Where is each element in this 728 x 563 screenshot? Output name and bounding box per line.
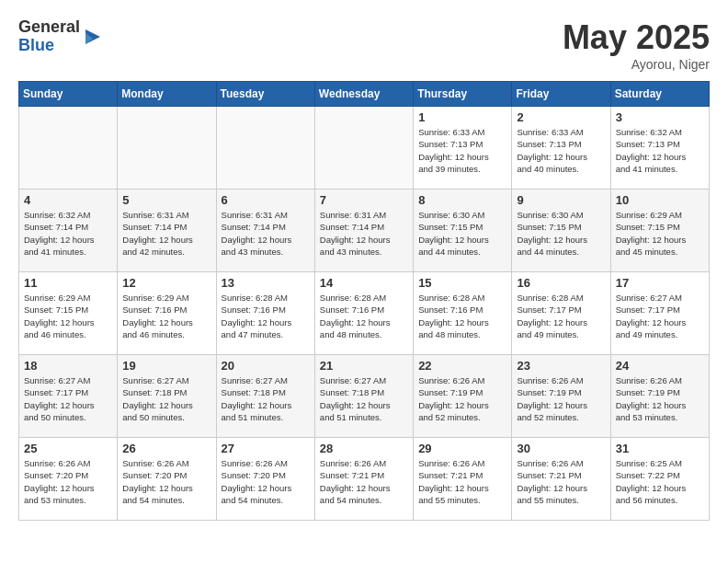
logo: General Blue [18, 18, 104, 55]
day-number: 19 [122, 359, 210, 373]
calendar-week-row: 25Sunrise: 6:26 AM Sunset: 7:20 PM Dayli… [19, 438, 710, 521]
day-number: 29 [418, 442, 506, 455]
calendar-cell: 21Sunrise: 6:27 AM Sunset: 7:18 PM Dayli… [314, 355, 413, 438]
day-info: Sunrise: 6:26 AM Sunset: 7:21 PM Dayligh… [418, 457, 506, 506]
day-number: 9 [517, 193, 605, 207]
calendar-cell: 24Sunrise: 6:26 AM Sunset: 7:19 PM Dayli… [610, 355, 709, 438]
day-info: Sunrise: 6:31 AM Sunset: 7:14 PM Dayligh… [222, 209, 310, 258]
day-number: 14 [320, 276, 408, 290]
day-number: 1 [418, 110, 506, 124]
calendar-cell: 29Sunrise: 6:26 AM Sunset: 7:21 PM Dayli… [414, 438, 512, 521]
calendar-header-row: SundayMondayTuesdayWednesdayThursdayFrid… [19, 82, 710, 107]
calendar-cell: 4Sunrise: 6:32 AM Sunset: 7:14 PM Daylig… [19, 190, 118, 272]
calendar-cell: 20Sunrise: 6:27 AM Sunset: 7:18 PM Dayli… [216, 355, 314, 438]
calendar-cell: 13Sunrise: 6:28 AM Sunset: 7:16 PM Dayli… [216, 272, 314, 355]
day-number: 31 [616, 442, 704, 455]
calendar-cell: 23Sunrise: 6:26 AM Sunset: 7:19 PM Dayli… [512, 355, 610, 438]
day-number: 12 [122, 276, 210, 290]
logo-general-text: General [18, 18, 80, 37]
calendar-cell: 9Sunrise: 6:30 AM Sunset: 7:15 PM Daylig… [512, 190, 610, 272]
day-info: Sunrise: 6:31 AM Sunset: 7:14 PM Dayligh… [320, 209, 408, 258]
day-number: 26 [122, 442, 210, 455]
calendar-week-row: 11Sunrise: 6:29 AM Sunset: 7:15 PM Dayli… [19, 272, 710, 355]
col-header-saturday: Saturday [610, 82, 709, 107]
calendar-cell: 5Sunrise: 6:31 AM Sunset: 7:14 PM Daylig… [118, 190, 216, 272]
calendar-cell: 10Sunrise: 6:29 AM Sunset: 7:15 PM Dayli… [610, 190, 709, 272]
day-number: 13 [222, 276, 310, 290]
col-header-thursday: Thursday [414, 82, 512, 107]
day-info: Sunrise: 6:29 AM Sunset: 7:15 PM Dayligh… [616, 209, 704, 258]
day-number: 2 [517, 110, 605, 124]
logo-blue-text: Blue [18, 37, 80, 55]
page-header: General Blue May 2025 Ayorou, Niger [18, 18, 710, 72]
day-info: Sunrise: 6:27 AM Sunset: 7:18 PM Dayligh… [222, 374, 310, 423]
day-info: Sunrise: 6:33 AM Sunset: 7:13 PM Dayligh… [517, 126, 605, 175]
calendar-cell: 19Sunrise: 6:27 AM Sunset: 7:18 PM Dayli… [118, 355, 216, 438]
calendar-table: SundayMondayTuesdayWednesdayThursdayFrid… [18, 81, 710, 521]
calendar-week-row: 18Sunrise: 6:27 AM Sunset: 7:17 PM Dayli… [19, 355, 710, 438]
day-number: 25 [24, 442, 112, 455]
day-number: 24 [616, 359, 704, 373]
day-info: Sunrise: 6:26 AM Sunset: 7:19 PM Dayligh… [616, 374, 704, 423]
day-number: 18 [24, 359, 112, 373]
calendar-cell: 11Sunrise: 6:29 AM Sunset: 7:15 PM Dayli… [19, 272, 118, 355]
col-header-tuesday: Tuesday [216, 82, 314, 107]
day-info: Sunrise: 6:28 AM Sunset: 7:16 PM Dayligh… [222, 292, 310, 340]
day-number: 21 [320, 359, 408, 373]
calendar-cell [19, 107, 118, 190]
day-number: 8 [418, 193, 506, 207]
day-number: 27 [222, 442, 310, 455]
logo-icon [82, 26, 104, 48]
calendar-cell [314, 107, 413, 190]
col-header-monday: Monday [118, 82, 216, 107]
day-number: 22 [418, 359, 506, 373]
title-area: May 2025 Ayorou, Niger [563, 18, 710, 72]
day-number: 16 [517, 276, 605, 290]
calendar-week-row: 4Sunrise: 6:32 AM Sunset: 7:14 PM Daylig… [19, 190, 710, 272]
day-number: 4 [24, 193, 112, 207]
day-info: Sunrise: 6:26 AM Sunset: 7:21 PM Dayligh… [517, 457, 605, 506]
day-info: Sunrise: 6:26 AM Sunset: 7:19 PM Dayligh… [517, 374, 605, 423]
calendar-cell: 15Sunrise: 6:28 AM Sunset: 7:16 PM Dayli… [414, 272, 512, 355]
calendar-cell: 30Sunrise: 6:26 AM Sunset: 7:21 PM Dayli… [512, 438, 610, 521]
location-text: Ayorou, Niger [563, 57, 710, 72]
calendar-cell: 27Sunrise: 6:26 AM Sunset: 7:20 PM Dayli… [216, 438, 314, 521]
day-number: 17 [616, 276, 704, 290]
calendar-cell: 7Sunrise: 6:31 AM Sunset: 7:14 PM Daylig… [314, 190, 413, 272]
day-info: Sunrise: 6:31 AM Sunset: 7:14 PM Dayligh… [122, 209, 210, 258]
day-info: Sunrise: 6:26 AM Sunset: 7:20 PM Dayligh… [122, 457, 210, 506]
day-info: Sunrise: 6:26 AM Sunset: 7:19 PM Dayligh… [418, 374, 506, 423]
calendar-cell: 8Sunrise: 6:30 AM Sunset: 7:15 PM Daylig… [414, 190, 512, 272]
calendar-cell: 14Sunrise: 6:28 AM Sunset: 7:16 PM Dayli… [314, 272, 413, 355]
day-info: Sunrise: 6:27 AM Sunset: 7:17 PM Dayligh… [616, 292, 704, 340]
calendar-cell: 1Sunrise: 6:33 AM Sunset: 7:13 PM Daylig… [414, 107, 512, 190]
day-info: Sunrise: 6:32 AM Sunset: 7:14 PM Dayligh… [24, 209, 112, 258]
day-info: Sunrise: 6:26 AM Sunset: 7:20 PM Dayligh… [222, 457, 310, 506]
day-number: 30 [517, 442, 605, 455]
month-title: May 2025 [563, 18, 710, 57]
calendar-cell: 28Sunrise: 6:26 AM Sunset: 7:21 PM Dayli… [314, 438, 413, 521]
day-info: Sunrise: 6:32 AM Sunset: 7:13 PM Dayligh… [616, 126, 704, 175]
calendar-cell: 2Sunrise: 6:33 AM Sunset: 7:13 PM Daylig… [512, 107, 610, 190]
calendar-cell: 26Sunrise: 6:26 AM Sunset: 7:20 PM Dayli… [118, 438, 216, 521]
col-header-sunday: Sunday [19, 82, 118, 107]
day-info: Sunrise: 6:26 AM Sunset: 7:21 PM Dayligh… [320, 457, 408, 506]
day-number: 3 [616, 110, 704, 124]
day-number: 20 [222, 359, 310, 373]
day-info: Sunrise: 6:28 AM Sunset: 7:16 PM Dayligh… [320, 292, 408, 340]
day-info: Sunrise: 6:30 AM Sunset: 7:15 PM Dayligh… [418, 209, 506, 258]
day-info: Sunrise: 6:27 AM Sunset: 7:17 PM Dayligh… [24, 374, 112, 423]
day-number: 11 [24, 276, 112, 290]
calendar-cell: 17Sunrise: 6:27 AM Sunset: 7:17 PM Dayli… [610, 272, 709, 355]
calendar-cell: 31Sunrise: 6:25 AM Sunset: 7:22 PM Dayli… [610, 438, 709, 521]
day-info: Sunrise: 6:28 AM Sunset: 7:16 PM Dayligh… [418, 292, 506, 340]
calendar-cell: 25Sunrise: 6:26 AM Sunset: 7:20 PM Dayli… [19, 438, 118, 521]
calendar-cell: 18Sunrise: 6:27 AM Sunset: 7:17 PM Dayli… [19, 355, 118, 438]
day-info: Sunrise: 6:26 AM Sunset: 7:20 PM Dayligh… [24, 457, 112, 506]
calendar-cell: 22Sunrise: 6:26 AM Sunset: 7:19 PM Dayli… [414, 355, 512, 438]
calendar-cell [216, 107, 314, 190]
day-info: Sunrise: 6:30 AM Sunset: 7:15 PM Dayligh… [517, 209, 605, 258]
col-header-wednesday: Wednesday [314, 82, 413, 107]
day-info: Sunrise: 6:29 AM Sunset: 7:15 PM Dayligh… [24, 292, 112, 340]
day-info: Sunrise: 6:27 AM Sunset: 7:18 PM Dayligh… [122, 374, 210, 423]
